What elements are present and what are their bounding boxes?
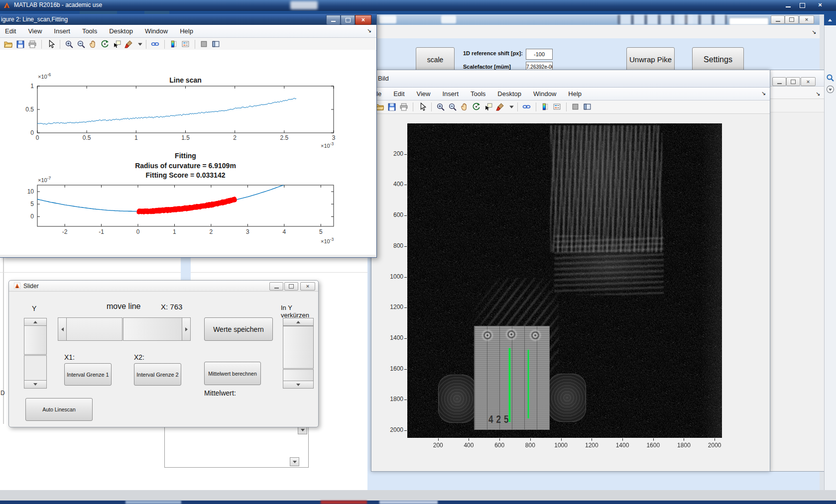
plottools-off-icon[interactable] <box>571 102 580 111</box>
plottools-off-icon[interactable] <box>200 40 209 49</box>
main-close-button[interactable]: × <box>815 1 826 9</box>
unwrap-pike-button[interactable]: Unwrap Pike <box>626 47 675 72</box>
mittelwert-berechnen-button[interactable]: Mittelwert berechnen <box>204 362 261 385</box>
bgwin-minimize-button[interactable] <box>772 77 786 86</box>
insert-legend-icon[interactable] <box>553 102 562 111</box>
menu-overflow-icon[interactable]: ↘ <box>367 27 371 34</box>
save-icon[interactable] <box>387 102 396 111</box>
figure2-maximize-button[interactable] <box>341 15 355 25</box>
figure2-minimize-button[interactable] <box>326 15 341 25</box>
menu-window[interactable]: Window <box>145 27 168 35</box>
scale-button[interactable]: scale <box>416 47 455 72</box>
auto-linescan-button[interactable]: Auto Linescan <box>25 398 93 421</box>
menu-overflow-icon[interactable]: ↘ <box>761 90 766 97</box>
link-plot-icon[interactable] <box>151 40 160 49</box>
x2-label: X2: <box>134 353 144 361</box>
bgwin-menu-overflow-icon[interactable]: ↘ <box>816 91 820 97</box>
y-slider-up-button[interactable] <box>24 318 47 326</box>
bgwin-close-button[interactable]: × <box>801 77 816 86</box>
bild-titlebar[interactable]: Bild <box>371 70 770 88</box>
figure2-titlebar[interactable]: igure 2: Line_scan,Fitting <box>0 14 376 25</box>
taskbar-item[interactable] <box>125 501 181 504</box>
rotate-3d-icon[interactable] <box>472 102 481 111</box>
menu-insert[interactable]: Insert <box>442 90 459 98</box>
plottools-on-icon[interactable] <box>212 40 221 49</box>
list-panel[interactable] <box>164 424 309 468</box>
menu-desktop[interactable]: Desktop <box>497 90 521 98</box>
link-plot-icon[interactable] <box>522 102 531 111</box>
gui-close-button[interactable]: × <box>799 15 814 24</box>
y-slider-down-button[interactable] <box>24 380 47 389</box>
menu-tools[interactable]: Tools <box>82 27 97 35</box>
brush-dropdown-icon[interactable] <box>508 102 513 111</box>
gui-menu-overflow-icon[interactable]: ↘ <box>812 29 816 35</box>
menu-help[interactable]: Help <box>180 27 193 35</box>
bgwin-maximize-button[interactable] <box>786 77 800 86</box>
ref-shift-input[interactable] <box>526 49 553 60</box>
taskbar-item[interactable] <box>379 501 438 504</box>
plottools-on-icon[interactable] <box>583 102 592 111</box>
move-line-slider-right-button[interactable] <box>182 317 191 341</box>
data-cursor-icon[interactable] <box>484 102 493 111</box>
brush-icon[interactable] <box>124 40 133 49</box>
menu-view[interactable]: View <box>28 27 42 35</box>
brush-dropdown-icon[interactable] <box>136 40 141 49</box>
save-values-button[interactable]: Werte speichern <box>204 317 273 341</box>
settings-button[interactable]: Settings <box>692 47 744 72</box>
line_scan-axes <box>37 86 334 133</box>
slider-maximize-button[interactable] <box>284 282 298 291</box>
bild-menubar: le Edit View Insert Tools Desktop Window… <box>371 88 770 101</box>
save-icon[interactable] <box>16 40 25 49</box>
shorten-slider-up-button[interactable] <box>283 318 314 326</box>
menu-window[interactable]: Window <box>533 90 556 98</box>
zoom-out-icon[interactable] <box>448 102 457 111</box>
shorten-slider-track[interactable] <box>283 369 314 381</box>
menu-tools[interactable]: Tools <box>471 90 485 98</box>
circle-arrow-icon[interactable] <box>826 85 835 94</box>
toolstrip-collapse-button[interactable] <box>824 14 836 25</box>
main-maximize-button[interactable] <box>797 2 808 9</box>
search-icon[interactable] <box>826 74 835 82</box>
move-line-slider-left-button[interactable] <box>58 317 67 341</box>
zoom-in-icon[interactable] <box>65 40 74 49</box>
menu-view[interactable]: View <box>417 90 431 98</box>
data-cursor-icon[interactable] <box>113 40 121 49</box>
pointer-icon[interactable] <box>46 40 55 49</box>
menu-edit[interactable]: Edit <box>393 90 404 98</box>
slider-minimize-button[interactable] <box>269 282 283 291</box>
gui-minimize-button[interactable] <box>771 15 785 24</box>
y-slider-thumb[interactable] <box>24 325 47 355</box>
pan-icon[interactable] <box>460 102 469 111</box>
gui-maximize-button[interactable] <box>785 15 799 24</box>
shorten-slider-thumb[interactable] <box>283 326 314 369</box>
shorten-slider-down-button[interactable] <box>283 381 314 389</box>
pan-icon[interactable] <box>89 40 98 49</box>
move-line-slider-track[interactable] <box>66 317 122 341</box>
pointer-icon[interactable] <box>418 102 427 111</box>
taskbar-item[interactable] <box>321 501 367 504</box>
move-line-slider-thumb[interactable] <box>123 317 182 341</box>
menu-help[interactable]: Help <box>568 90 582 98</box>
main-minimize-button[interactable] <box>783 2 794 9</box>
open-icon[interactable] <box>4 40 13 49</box>
zoom-out-icon[interactable] <box>77 40 86 49</box>
figure2-window-title: igure 2: Line_scan,Fitting <box>1 16 68 23</box>
list-dropdown-button[interactable] <box>290 457 299 466</box>
menu-file-clipped[interactable]: le <box>376 90 381 98</box>
print-icon[interactable] <box>399 102 408 111</box>
menu-edit[interactable]: Edit <box>5 27 16 35</box>
zoom-in-icon[interactable] <box>436 102 445 111</box>
insert-legend-icon[interactable] <box>181 40 190 49</box>
menu-insert[interactable]: Insert <box>54 27 70 35</box>
y-slider-track[interactable] <box>24 355 47 381</box>
rotate-3d-icon[interactable] <box>101 40 110 49</box>
figure2-close-button[interactable]: × <box>355 15 371 25</box>
menu-desktop[interactable]: Desktop <box>109 27 133 35</box>
print-icon[interactable] <box>28 40 37 49</box>
brush-icon[interactable] <box>496 102 505 111</box>
insert-colorbar-icon[interactable] <box>541 102 550 111</box>
interval-grenze-2-button[interactable]: Interval Grenze 2 <box>134 363 181 386</box>
insert-colorbar-icon[interactable] <box>169 40 178 49</box>
slider-close-button[interactable]: × <box>300 282 315 291</box>
interval-grenze-1-button[interactable]: Interval Grenze 1 <box>64 363 112 386</box>
